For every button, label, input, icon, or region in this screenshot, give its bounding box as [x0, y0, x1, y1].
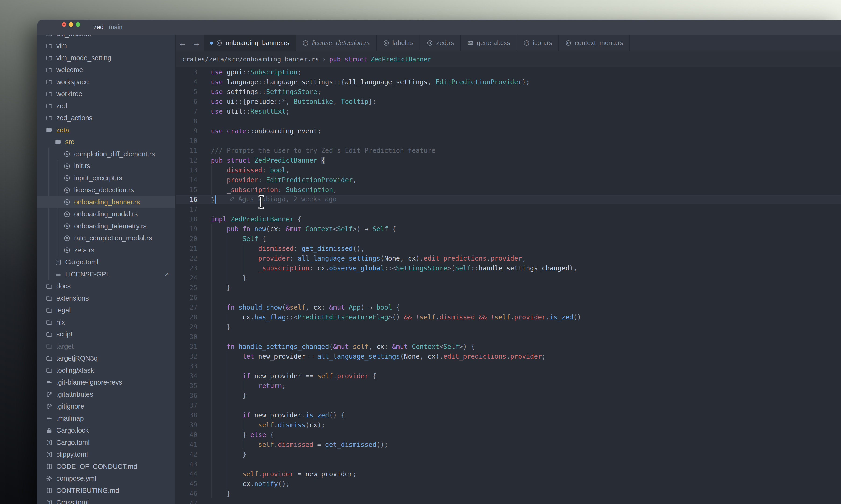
tab-zed.rs[interactable]: Rzed.rs — [420, 35, 461, 51]
code-line[interactable]: 8 — [176, 116, 841, 126]
git-blame-annotation[interactable]: Agus Zubiaga, 2 weeks ago — [229, 195, 337, 203]
code-line[interactable]: 47 — [176, 499, 841, 504]
file-tree-item[interactable]: nix — [37, 316, 175, 328]
code-line[interactable]: 37 — [176, 400, 841, 410]
file-tree-item[interactable]: TCargo.toml — [37, 256, 175, 268]
code-line[interactable]: 30 — [176, 332, 841, 342]
file-tree-item[interactable]: workspace — [37, 76, 175, 88]
code-line[interactable]: 31 fn handle_settings_changed(&mut self,… — [176, 342, 841, 352]
code-line[interactable]: 20 Self { — [176, 234, 841, 244]
code-line[interactable]: 9use crate::onboarding_event; — [176, 126, 841, 136]
code-line[interactable]: 32 let new_provider = all_language_setti… — [176, 352, 841, 361]
breadcrumb[interactable]: crates/zeta/src/onboarding_banner.rs › p… — [176, 51, 841, 67]
code-line[interactable]: 5use settings::SettingsStore; — [176, 87, 841, 96]
code-line[interactable]: 44 self.provider = new_provider; — [176, 469, 841, 479]
file-tree-item[interactable]: .mailmap — [37, 412, 175, 425]
code-line[interactable]: 25 } — [176, 283, 841, 293]
file-tree-item[interactable]: zed — [37, 100, 175, 112]
file-tree-item[interactable]: legal — [37, 304, 175, 317]
file-tree-item[interactable]: Rinit.rs — [37, 160, 175, 172]
code-line[interactable]: 38 if new_provider.is_zed() { — [176, 410, 841, 420]
file-tree-item[interactable]: Ronboarding_banner.rs — [37, 196, 175, 208]
code-line[interactable]: 13 dismissed: bool, — [176, 165, 841, 175]
breadcrumb-symbol-name[interactable]: ZedPredictBanner — [367, 56, 431, 63]
file-tree-item[interactable]: Rzeta.rs — [37, 244, 175, 256]
titlebar[interactable]: zed main — [37, 20, 841, 35]
file-tree-item[interactable]: Rlicense_detection.rs — [37, 184, 175, 196]
code-line[interactable]: 11/// Prompts the user to try Zed's Edit… — [176, 146, 841, 156]
file-tree-item[interactable]: Ronboarding_modal.rs — [37, 208, 175, 220]
file-tree-item[interactable]: Tclippy.toml — [37, 448, 175, 461]
file-tree-item[interactable]: Ronboarding_telemetry.rs — [37, 220, 175, 232]
tab-label.rs[interactable]: Rlabel.rs — [377, 35, 420, 51]
code-line[interactable]: 6use ui::{prelude::*, ButtonLike, Toolti… — [176, 96, 841, 106]
code-line[interactable]: 17 — [176, 204, 841, 214]
file-tree-item[interactable]: extensions — [37, 292, 175, 304]
code-line[interactable]: 18impl ZedPredictBanner { — [176, 214, 841, 224]
code-line[interactable]: 15 _subscription: Subscription, — [176, 185, 841, 195]
file-tree-item[interactable]: util_macros — [37, 35, 175, 40]
file-tree-item[interactable]: Rcompletion_diff_element.rs — [37, 148, 175, 160]
file-tree-item[interactable]: .gitignore — [37, 400, 175, 413]
nav-forward-icon[interactable]: → — [192, 39, 201, 47]
file-tree-item[interactable]: Rinput_excerpt.rs — [37, 172, 175, 184]
file-tree-item[interactable]: compose.yml — [37, 472, 175, 485]
code-line[interactable]: 45 cx.notify(); — [176, 479, 841, 489]
tab-icon.rs[interactable]: Ricon.rs — [517, 35, 559, 51]
code-line[interactable]: 22 provider: all_language_settings(None,… — [176, 253, 841, 263]
breadcrumb-path[interactable]: crates/zeta/src/onboarding_banner.rs — [182, 56, 319, 63]
file-tree-item[interactable]: targetjRQN3q — [37, 352, 175, 364]
code-line[interactable]: 7use util::ResultExt; — [176, 106, 841, 116]
code-line[interactable]: 40 } else { — [176, 430, 841, 439]
file-tree-item[interactable]: CODE_OF_CONDUCT.md — [37, 461, 175, 472]
code-line[interactable]: 27 fn should_show(&self, cx: &mut App) →… — [176, 302, 841, 312]
file-tree-item[interactable]: tooling/xtask — [37, 364, 175, 376]
project-panel[interactable]: util_macrosvimvim_mode_settingwelcomewor… — [37, 35, 175, 504]
code-line[interactable]: 34 if new_provider == self.provider { — [176, 371, 841, 381]
code-line[interactable]: 46 } — [176, 489, 841, 499]
file-tree-item[interactable]: script — [37, 328, 175, 340]
code-line[interactable]: 16}Agus Zubiaga, 2 weeks ago — [176, 195, 841, 204]
code-line[interactable]: 36 } — [176, 391, 841, 400]
code-editor[interactable]: 3use gpui::Subscription;4use language::l… — [176, 67, 841, 504]
file-tree-item[interactable]: zeta — [37, 124, 175, 136]
tab-general.css[interactable]: CSSgeneral.css — [461, 35, 517, 51]
code-line[interactable]: 43 — [176, 459, 841, 469]
code-line[interactable]: 23 _subscription: cx.observe_global::<Se… — [176, 263, 841, 273]
code-line[interactable]: 10 — [176, 136, 841, 146]
close-button[interactable] — [62, 22, 66, 27]
file-tree-item[interactable]: src — [37, 136, 175, 148]
code-line[interactable]: 28 cx.has_flag::<PredictEditsFeatureFlag… — [176, 312, 841, 322]
file-tree-item[interactable]: docs — [37, 280, 175, 292]
file-tree-item[interactable]: TCross.toml — [37, 497, 175, 504]
nav-back-icon[interactable]: ← — [178, 39, 186, 47]
code-line[interactable]: 19 pub fn new(cx: &mut Context<Self>) → … — [176, 224, 841, 234]
file-tree-item[interactable]: worktree — [37, 88, 175, 100]
code-line[interactable]: 41 self.dismissed = get_dismissed(); — [176, 439, 841, 449]
file-tree-item[interactable]: .gitattributes — [37, 388, 175, 400]
code-line[interactable]: 42 } — [176, 449, 841, 459]
file-tree-item[interactable]: zed_actions — [37, 112, 175, 124]
code-line[interactable]: 3use gpui::Subscription; — [176, 67, 841, 77]
tab-context_menu.rs[interactable]: Rcontext_menu.rs — [559, 35, 630, 51]
file-tree-item[interactable]: vim_mode_setting — [37, 52, 175, 64]
tab-onboarding_banner.rs[interactable]: Ronboarding_banner.rs — [204, 35, 296, 51]
code-line[interactable]: 35 return; — [176, 381, 841, 391]
file-tree-item[interactable]: vim — [37, 40, 175, 52]
file-tree-item[interactable]: CONTRIBUTING.md — [37, 484, 175, 497]
code-line[interactable]: 4use language::language_settings::{all_l… — [176, 77, 841, 87]
code-line[interactable]: 24 } — [176, 273, 841, 283]
file-tree-item[interactable]: welcome — [37, 64, 175, 76]
file-tree-item[interactable]: LICENSE-GPL↗ — [37, 268, 175, 280]
maximize-button[interactable] — [76, 22, 80, 27]
file-tree-item[interactable]: target — [37, 340, 175, 352]
tab-license_detection.rs[interactable]: Rlicense_detection.rs — [296, 35, 376, 51]
breadcrumb-symbol-keyword[interactable]: pub struct — [329, 56, 367, 63]
project-name[interactable]: zed — [93, 23, 104, 31]
code-line[interactable]: 14 provider: EditPredictionProvider, — [176, 175, 841, 185]
git-branch-label[interactable]: main — [109, 23, 123, 31]
code-line[interactable]: 26 — [176, 293, 841, 302]
file-tree-item[interactable]: TCargo.toml — [37, 436, 175, 448]
code-line[interactable]: 21 dismissed: get_dismissed(), — [176, 244, 841, 253]
minimize-button[interactable] — [69, 22, 73, 27]
